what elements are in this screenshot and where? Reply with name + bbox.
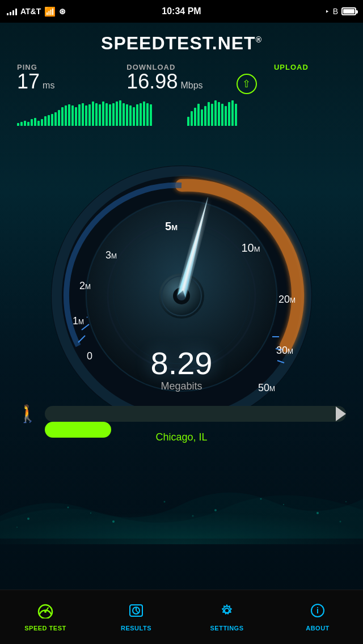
nav-label-results: RESULTS — [121, 625, 151, 632]
status-time: 10:34 PM — [162, 6, 201, 16]
upload-chart — [187, 98, 346, 126]
wave-background — [0, 471, 363, 539]
logo: SPEEDTEST.NET® — [0, 23, 363, 61]
charts-row — [0, 94, 363, 126]
battery-icon — [341, 7, 356, 15]
nav-item-results[interactable]: RESULTS — [91, 590, 182, 644]
svg-text:8.29: 8.29 — [151, 345, 213, 381]
settings-icon — [218, 603, 235, 622]
speed-test-icon — [36, 603, 54, 622]
download-stat: DOWNLOAD 16.98 Mbps — [126, 63, 236, 92]
city-label: Chicago, IL — [0, 429, 363, 443]
location-bar-background — [45, 406, 346, 422]
svg-point-56 — [214, 509, 217, 511]
ping-value: 17 ms — [17, 71, 126, 92]
upload-label: UPLOAD — [237, 63, 346, 71]
upload-icon-circle: ⇧ — [237, 74, 257, 94]
ping-stat: PING 17 ms — [17, 63, 126, 92]
upload-stat: UPLOAD ⇧ — [237, 63, 346, 94]
download-value: 16.98 Mbps — [126, 71, 236, 92]
upload-arrow-icon: ⇧ — [242, 79, 251, 89]
location-arrow-icon — [336, 406, 346, 421]
svg-point-57 — [260, 498, 262, 500]
svg-point-58 — [316, 512, 319, 514]
speedometer-svg: 0 1M 2M 3M 5M 10M 20M 30M 50M 8.29 Megab… — [17, 137, 346, 409]
svg-point-63 — [283, 504, 284, 505]
wifi-icon: 📶 — [44, 6, 56, 17]
status-left: AT&T 📶 ⊛ — [7, 6, 66, 17]
svg-point-61 — [90, 512, 91, 514]
nav-item-settings[interactable]: SETTINGS — [182, 590, 272, 644]
svg-text:0: 0 — [87, 350, 92, 362]
download-number: 16.98 — [126, 71, 178, 92]
nav-label-settings: SETTINGS — [210, 625, 243, 632]
svg-text:i: i — [316, 606, 319, 615]
svg-text:Megabits: Megabits — [161, 380, 202, 392]
download-unit: Mbps — [180, 80, 202, 91]
svg-point-52 — [27, 518, 29, 520]
location-row: 🚶 — [0, 392, 363, 429]
status-bar: AT&T 📶 ⊛ 10:34 PM ‣ B — [0, 0, 363, 23]
results-icon — [128, 603, 145, 622]
svg-point-64 — [340, 521, 341, 523]
speedometer-container: 0 1M 2M 3M 5M 10M 20M 30M 50M 8.29 Megab… — [17, 137, 346, 409]
carrier-label: AT&T — [20, 7, 41, 16]
status-right: ‣ B — [325, 7, 356, 16]
svg-point-53 — [67, 507, 69, 509]
svg-point-62 — [192, 515, 194, 517]
ping-number: 17 — [17, 71, 40, 92]
nav-label-about: ABOUT — [306, 625, 330, 632]
location-bar-container[interactable] — [45, 406, 346, 422]
nav-label-speed-test: SPEED TEST — [24, 625, 66, 632]
svg-line-71 — [136, 611, 138, 613]
bluetooth-icon: B — [333, 7, 338, 16]
bottom-navigation: SPEED TEST RESULTS SETTINGS i — [0, 590, 363, 644]
person-icon: 🚶 — [17, 404, 38, 423]
location-icon: ‣ — [325, 7, 330, 16]
nav-item-speed-test[interactable]: SPEED TEST — [0, 590, 91, 644]
signal-bars-icon — [7, 7, 17, 15]
svg-point-60 — [16, 527, 18, 528]
svg-point-67 — [44, 611, 47, 613]
main-content: SPEEDTEST.NET® PING 17 ms DOWNLOAD 16.98… — [0, 23, 363, 590]
download-chart — [17, 98, 176, 126]
stats-row: PING 17 ms DOWNLOAD 16.98 Mbps UPLOAD ⇧ — [0, 63, 363, 94]
about-icon: i — [309, 603, 326, 622]
nav-item-about[interactable]: i ABOUT — [272, 590, 363, 644]
ping-unit: ms — [43, 80, 54, 91]
svg-point-59 — [345, 501, 347, 502]
logo-text: SPEEDTEST.NET® — [101, 33, 262, 53]
svg-point-54 — [112, 520, 115, 523]
svg-point-55 — [164, 501, 166, 503]
spinner-icon: ⊛ — [59, 7, 66, 16]
